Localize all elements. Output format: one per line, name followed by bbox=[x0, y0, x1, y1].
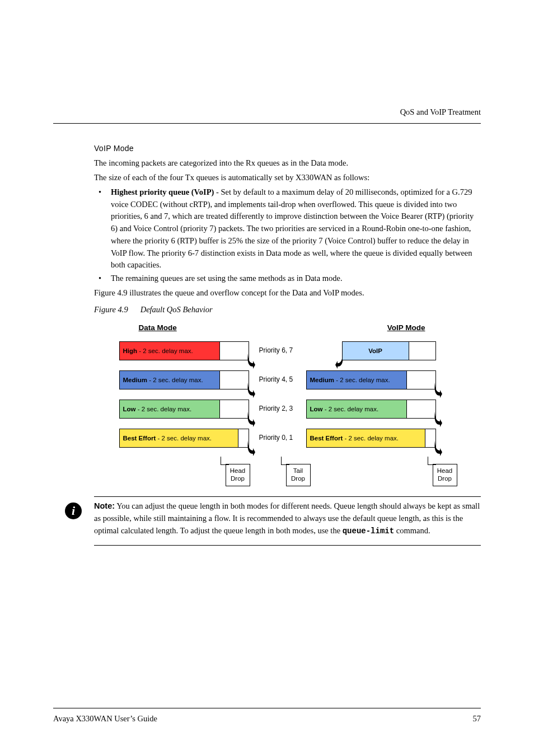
footer-title: Avaya X330WAN User’s Guide bbox=[53, 713, 157, 725]
footer-rule bbox=[53, 708, 481, 708]
body-paragraph: The size of each of the four Tx queues i… bbox=[94, 172, 481, 184]
overflow-arrow-icon bbox=[247, 440, 255, 457]
overflow-arrow-icon bbox=[434, 411, 442, 428]
note-block: i Note: You can adjust the queue length … bbox=[65, 500, 481, 537]
figure-row: Low - 2 sec. delay max. Priority 2, 3 Lo… bbox=[119, 399, 456, 419]
queue-low: Low - 2 sec. delay max. bbox=[306, 400, 407, 419]
queue-low: Low - 2 sec. delay max. bbox=[119, 400, 220, 419]
page-number: 57 bbox=[473, 713, 481, 725]
figure-row: Medium - 2 sec. delay max. Priority 4, 5… bbox=[119, 370, 456, 390]
queue-empty-box bbox=[402, 400, 436, 419]
note-top-rule bbox=[94, 496, 481, 497]
note-lead: Note: bbox=[94, 501, 115, 510]
command-name: queue-limit bbox=[343, 527, 394, 536]
figure-column-title-right: VoIP Mode bbox=[387, 322, 425, 334]
priority-label: Priority 0, 1 bbox=[259, 433, 303, 443]
figure-number: Figure 4.9 bbox=[94, 305, 128, 314]
queue-best-effort: Best Effort - 2 sec. delay max. bbox=[119, 429, 238, 448]
priority-label: Priority 6, 7 bbox=[259, 346, 303, 355]
queue-empty-box bbox=[216, 341, 249, 360]
queue-best-effort: Best Effort - 2 sec. delay max. bbox=[306, 429, 425, 448]
queue-empty-box bbox=[216, 400, 249, 419]
overflow-arrow-icon bbox=[247, 411, 255, 428]
figure-row: High - 2 sec. delay max. Priority 6, 7 V… bbox=[119, 341, 456, 361]
header-rule bbox=[53, 123, 481, 124]
list-item: Highest priority queue (VoIP) - Set by d… bbox=[94, 186, 481, 271]
head-drop-box: HeadDrop bbox=[226, 464, 250, 486]
figure-title: Default QoS Behavior bbox=[140, 305, 213, 314]
overflow-arrow-icon bbox=[247, 382, 255, 399]
body-paragraph: Figure 4.9 illustrates the queue and ove… bbox=[94, 287, 481, 299]
figure-qos-behavior: Data Mode VoIP Mode High - 2 sec. delay … bbox=[119, 322, 456, 487]
queue-medium: Medium - 2 sec. delay max. bbox=[119, 370, 220, 389]
figure-column-title-left: Data Mode bbox=[139, 322, 177, 334]
page-footer: Avaya X330WAN User’s Guide 57 bbox=[53, 713, 481, 725]
running-header: QoS and VoIP Treatment bbox=[400, 106, 481, 118]
note-body: command. bbox=[394, 526, 430, 535]
list-item-text: - Set by default to a maximum delay of 2… bbox=[111, 187, 474, 270]
priority-label: Priority 4, 5 bbox=[259, 375, 303, 384]
overflow-arrow-icon bbox=[247, 353, 255, 370]
info-icon: i bbox=[65, 503, 82, 519]
bullet-list: Highest priority queue (VoIP) - Set by d… bbox=[94, 186, 481, 285]
tail-drop-box: TailDrop bbox=[286, 464, 311, 486]
figure-caption: Figure 4.9Default QoS Behavior bbox=[94, 304, 481, 316]
queue-empty-box bbox=[216, 370, 249, 389]
drop-labels-row: HeadDrop TailDrop HeadDrop bbox=[119, 464, 456, 486]
overflow-arrow-icon bbox=[434, 440, 442, 457]
list-item: The remaining queues are set using the s… bbox=[94, 273, 481, 285]
head-drop-box: HeadDrop bbox=[433, 464, 457, 486]
note-bottom-rule bbox=[94, 545, 481, 546]
body-paragraph: The incoming packets are categorized int… bbox=[94, 157, 481, 170]
section-heading: VoIP Mode bbox=[94, 143, 481, 154]
queue-medium: Medium - 2 sec. delay max. bbox=[306, 370, 407, 389]
overflow-arrow-icon bbox=[434, 382, 442, 399]
queue-voip: VoIP bbox=[342, 341, 409, 360]
list-item-lead: Highest priority queue (VoIP) bbox=[111, 187, 214, 196]
queue-empty-box bbox=[402, 370, 436, 389]
priority-label: Priority 2, 3 bbox=[259, 404, 303, 414]
queue-high: High - 2 sec. delay max. bbox=[119, 341, 220, 360]
figure-row: Best Effort - 2 sec. delay max. Priority… bbox=[119, 428, 456, 448]
